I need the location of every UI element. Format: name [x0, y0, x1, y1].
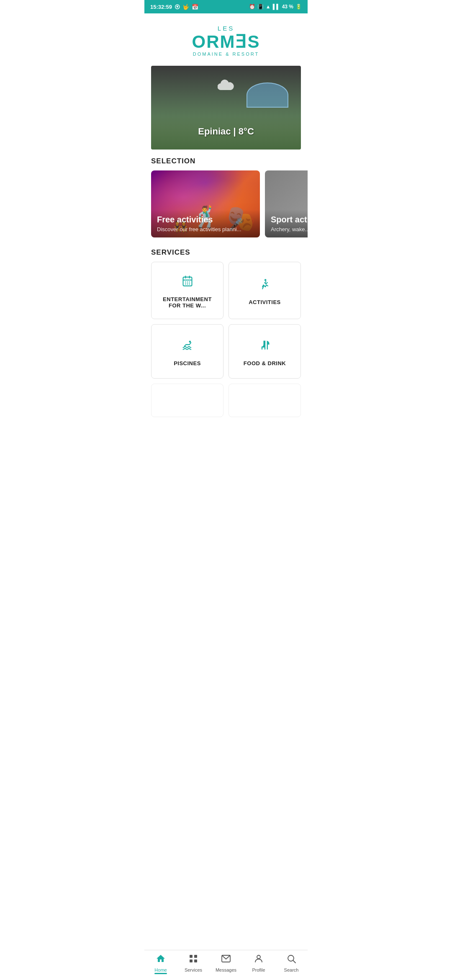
- selection-scroll[interactable]: 🕺 👯 🎤 Free activities Discover our free …: [144, 170, 308, 241]
- sport-activities-overlay: Sport activit... Archery, wake...: [265, 210, 308, 237]
- logo-container: LES ORMƎS DOMAINE & RESORT: [144, 13, 308, 66]
- svg-rect-6: [189, 281, 190, 282]
- logo-domaine: DOMAINE & RESORT: [192, 52, 260, 57]
- svg-rect-5: [187, 281, 187, 282]
- entertainment-label: ENTERTAINMENT FOR THE W...: [158, 296, 216, 309]
- piscines-card[interactable]: PISCINES: [151, 324, 223, 379]
- sport-activities-subtitle: Archery, wake...: [271, 226, 308, 232]
- selection-section: SELECTION 🕺 👯 🎤 Free activities Discover…: [144, 150, 308, 241]
- weather-banner-wrapper: Epiniac | 8°C: [144, 66, 308, 150]
- food-icon: [259, 339, 271, 354]
- weather-text: Epiniac | 8°C: [198, 126, 254, 137]
- services-grid: ENTERTAINMENT FOR THE W... ACTIVITIES: [144, 262, 308, 384]
- selection-title: SELECTION: [144, 150, 308, 170]
- weather-cloud-icon: [218, 78, 234, 93]
- entertainment-card[interactable]: ENTERTAINMENT FOR THE W...: [151, 262, 223, 319]
- status-wifi-icon: ▲: [266, 4, 271, 10]
- extra-card-1[interactable]: [151, 384, 223, 417]
- activities-label: ACTIVITIES: [249, 299, 281, 305]
- status-hand-icon: 🤟: [182, 4, 189, 10]
- status-battery: 43 %: [282, 4, 293, 10]
- status-bar: 15:32:59 ⦿ 🤟 📅 ⏰ 📳 ▲ ▌▌ 43 % 🔋: [144, 0, 308, 13]
- svg-point-10: [264, 279, 266, 281]
- piscines-label: PISCINES: [174, 360, 201, 366]
- free-activities-card[interactable]: 🕺 👯 🎤 Free activities Discover our free …: [151, 170, 260, 237]
- status-signal-icon: ▌▌: [273, 4, 280, 10]
- services-extra-row: [144, 384, 308, 426]
- svg-rect-7: [185, 284, 186, 284]
- svg-rect-4: [185, 281, 186, 282]
- food-drink-card[interactable]: FOOD & DRINK: [229, 324, 301, 379]
- free-activities-title: Free activities: [157, 215, 254, 224]
- svg-rect-9: [189, 284, 190, 284]
- free-activities-overlay: Free activities Discover our free activi…: [151, 210, 260, 237]
- logo-les: LES: [192, 25, 260, 32]
- food-drink-label: FOOD & DRINK: [244, 360, 286, 366]
- extra-card-2[interactable]: [229, 384, 301, 417]
- weather-banner[interactable]: Epiniac | 8°C: [151, 66, 301, 150]
- calendar-icon: [182, 275, 193, 290]
- sport-activities-title: Sport activit...: [271, 215, 308, 224]
- sport-activities-card[interactable]: Sport activit... Archery, wake...: [265, 170, 308, 237]
- svg-rect-8: [187, 284, 187, 284]
- swim-icon: [182, 339, 193, 354]
- free-activities-subtitle: Discover our free activities planni...: [157, 226, 254, 232]
- services-title: SERVICES: [144, 241, 308, 262]
- services-section: SERVICES: [144, 241, 308, 426]
- running-icon: [259, 278, 271, 293]
- status-calendar-icon: 📅: [192, 4, 198, 10]
- logo-ormes: ORMƎS: [192, 32, 260, 52]
- status-time: 15:32:59: [150, 4, 172, 10]
- resort-dome: [247, 83, 288, 108]
- status-vibrate-icon: 📳: [257, 4, 264, 10]
- status-battery-icon: 🔋: [295, 4, 302, 10]
- status-dot-icon: ⦿: [175, 4, 180, 10]
- status-alarm-icon: ⏰: [249, 4, 255, 10]
- activities-card[interactable]: ACTIVITIES: [229, 262, 301, 319]
- logo: LES ORMƎS DOMAINE & RESORT: [192, 25, 260, 57]
